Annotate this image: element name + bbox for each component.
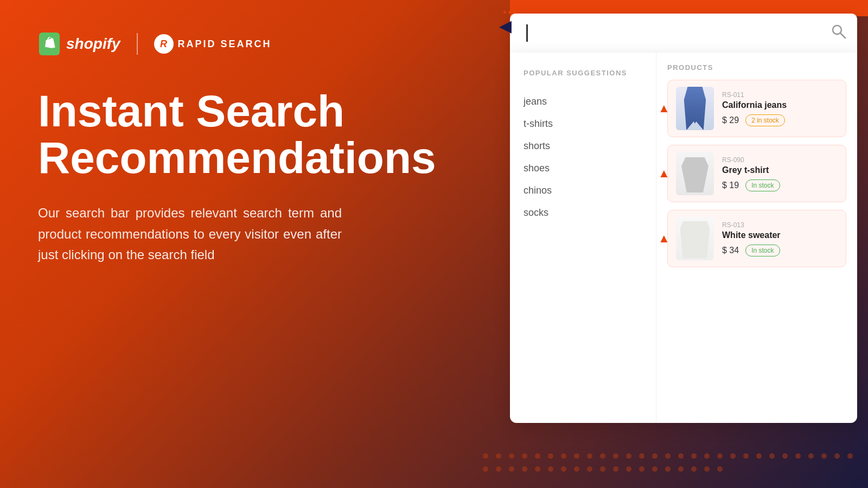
product-name-shirt: Grey t-shirt (722, 165, 838, 175)
product-price-sweater: $ 34 (722, 246, 739, 255)
product-info-jeans: RS-011 California jeans $ 29 2 in stock (722, 91, 838, 126)
product-name-jeans: California jeans (722, 100, 838, 110)
suggestion-item-shoes[interactable]: shoes (524, 157, 642, 179)
product-price-shirt: $ 19 (722, 181, 739, 190)
product-footer-shirt: $ 19 In stock (722, 179, 838, 191)
products-header: PRODUCTS (667, 63, 846, 72)
shopify-logo: shopify (38, 33, 120, 55)
product-sku-sweater: RS-013 (722, 221, 838, 229)
suggestion-item-chinos[interactable]: chinos (524, 179, 642, 202)
product-name-sweater: White sweater (722, 230, 838, 240)
brand-divider (137, 33, 138, 55)
hero-title: Instant Search Recommendations (38, 88, 434, 181)
product-footer-jeans: $ 29 2 in stock (722, 114, 838, 126)
search-bar[interactable] (510, 14, 857, 53)
product-card-shirt[interactable]: ▲ RS-090 Grey t-shirt $ 19 In stock (667, 145, 846, 202)
cursor-indicator: ▶ (499, 16, 512, 35)
results-panel: POPULAR SUGGESTIONS jeans t-shirts short… (510, 53, 857, 423)
suggestion-item-tshirts[interactable]: t-shirts (524, 113, 642, 135)
product-sku-jeans: RS-011 (722, 91, 838, 99)
product-arrow-icon: ▲ (658, 101, 670, 115)
product-info-sweater: RS-013 White sweater $ 34 In stock (722, 221, 838, 256)
products-column: PRODUCTS ▲ RS-011 California jeans $ 29 … (656, 53, 857, 423)
rapid-icon: R (154, 34, 174, 54)
shopify-bag-icon (38, 33, 61, 55)
product-card-jeans[interactable]: ▲ RS-011 California jeans $ 29 2 in stoc… (667, 80, 846, 137)
suggestion-item-shorts[interactable]: shorts (524, 135, 642, 157)
stock-badge-shirt: In stock (745, 179, 780, 191)
right-panel: ▶ POPULAR SUGGESTIONS jeans t-shirts sho… (456, 0, 868, 488)
stock-badge-jeans: 2 in stock (745, 114, 785, 126)
rapid-search-label: RAPID SEARCH (178, 38, 272, 50)
product-arrow-icon: ▲ (658, 166, 670, 181)
product-footer-sweater: $ 34 In stock (722, 245, 838, 256)
product-image-jeans (676, 87, 714, 130)
product-image-sweater (676, 217, 714, 260)
shopify-label: shopify (66, 35, 120, 53)
suggestion-item-socks[interactable]: socks (524, 202, 642, 224)
hero-description: Our search bar provides relevant search … (38, 203, 342, 265)
suggestion-item-jeans[interactable]: jeans (524, 91, 642, 113)
svg-line-2 (840, 33, 845, 38)
product-price-jeans: $ 29 (722, 115, 739, 125)
search-icon[interactable] (831, 24, 846, 43)
dots-decoration (483, 453, 857, 472)
suggestions-header: POPULAR SUGGESTIONS (524, 69, 642, 77)
stock-badge-sweater: In stock (745, 245, 780, 256)
product-image-shirt (676, 152, 714, 195)
search-cursor-blink (526, 24, 528, 42)
brand-bar: shopify R RAPID SEARCH (38, 33, 434, 55)
product-info-shirt: RS-090 Grey t-shirt $ 19 In stock (722, 156, 838, 191)
left-panel: shopify R RAPID SEARCH Instant Search Re… (0, 0, 472, 488)
product-arrow-icon: ▲ (658, 232, 670, 246)
suggestions-column: POPULAR SUGGESTIONS jeans t-shirts short… (510, 53, 656, 423)
product-sku-shirt: RS-090 (722, 156, 838, 164)
rapid-search-logo: R RAPID SEARCH (154, 34, 272, 54)
product-card-sweater[interactable]: ▲ RS-013 White sweater $ 34 In stock (667, 210, 846, 267)
